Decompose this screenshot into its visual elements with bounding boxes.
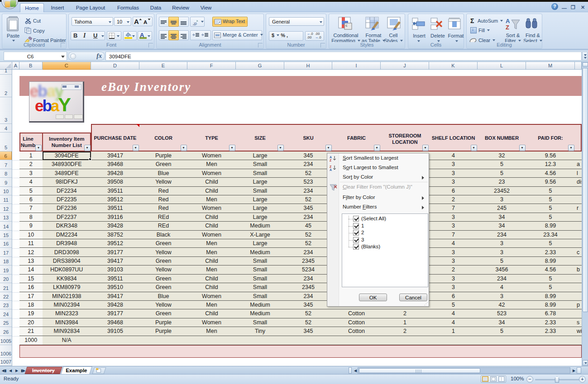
svg-text:A: A bbox=[506, 18, 510, 24]
svg-text:Z: Z bbox=[330, 165, 332, 168]
svg-text:ab: ab bbox=[192, 21, 198, 25]
svg-text:≤: ≤ bbox=[345, 24, 348, 28]
svg-text:A: A bbox=[330, 156, 332, 159]
svg-text:Z: Z bbox=[330, 159, 332, 162]
svg-text:A: A bbox=[134, 18, 139, 25]
svg-text:Z: Z bbox=[506, 24, 509, 31]
svg-text:A: A bbox=[143, 19, 147, 25]
svg-text:A: A bbox=[330, 168, 332, 171]
